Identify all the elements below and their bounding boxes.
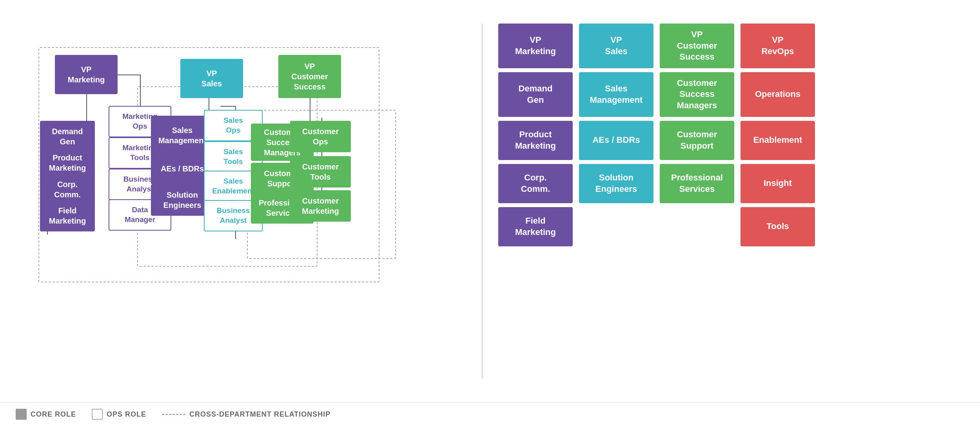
right-vp-revops: VPRevOps [740, 24, 815, 68]
right-vp-sales: VPSales [579, 24, 653, 68]
legend-cross-label: CROSS-DEPARTMENT RELATIONSHIP [189, 410, 330, 419]
conn-vp-cs-down [310, 98, 310, 118]
right-empty-1 [579, 207, 653, 246]
legend-ops-icon [92, 409, 103, 420]
right-vp-marketing: VPMarketing [498, 24, 573, 68]
left-panel: VPMarketing DemandGen ProductMarketing C… [8, 16, 482, 386]
legend: CORE ROLE OPS ROLE CROSS-DEPARTMENT RELA… [0, 402, 980, 426]
legend-cross-icon [162, 414, 185, 415]
right-grid: VPMarketing VPSales VPCustomerSuccess VP… [498, 24, 956, 246]
right-professional-services: ProfessionalServices [660, 164, 734, 203]
vp-sales-box: VPSales [180, 59, 243, 98]
right-aes-bdrs: AEs / BDRs [579, 121, 653, 160]
customer-tools-box: CustomerTools [290, 156, 351, 188]
vp-customer-success-box: VPCustomerSuccess [278, 55, 341, 98]
field-marketing-box: FieldMarketing [40, 200, 95, 231]
right-empty-2 [660, 207, 734, 246]
customer-marketing-box: CustomerMarketing [290, 190, 351, 222]
right-tools: Tools [740, 207, 815, 246]
conn-sales-ops-h [220, 106, 236, 107]
legend-cross-dept: CROSS-DEPARTMENT RELATIONSHIP [162, 410, 330, 419]
right-insight: Insight [740, 164, 815, 203]
right-demand-gen: DemandGen [498, 72, 573, 117]
customer-ops-box: CustomerOps [290, 121, 351, 152]
legend-core-label: CORE ROLE [31, 410, 76, 419]
right-customer-success-managers: CustomerSuccessManagers [660, 72, 734, 117]
right-product-marketing: ProductMarketing [498, 121, 573, 160]
right-solution-engineers: SolutionEngineers [579, 164, 653, 203]
right-sales-management: SalesManagement [579, 72, 653, 117]
legend-ops-role: OPS ROLE [92, 409, 146, 420]
right-customer-support: CustomerSupport [660, 121, 734, 160]
legend-core-icon [16, 409, 27, 420]
right-vp-customer-success: VPCustomerSuccess [660, 24, 734, 68]
vp-marketing-box: VPMarketing [55, 55, 118, 94]
right-corp-comm: Corp.Comm. [498, 164, 573, 203]
left-diagram: VPMarketing DemandGen ProductMarketing C… [16, 24, 474, 298]
legend-core-role: CORE ROLE [16, 409, 76, 420]
legend-ops-label: OPS ROLE [107, 410, 146, 419]
conn-vp-to-ops [117, 75, 140, 75]
right-panel: VPMarketing VPSales VPCustomerSuccess VP… [483, 16, 972, 386]
right-field-marketing: FieldMarketing [498, 207, 573, 246]
right-enablement: Enablement [740, 121, 815, 160]
main-content: VPMarketing DemandGen ProductMarketing C… [0, 0, 980, 394]
right-operations: Operations [740, 72, 815, 117]
